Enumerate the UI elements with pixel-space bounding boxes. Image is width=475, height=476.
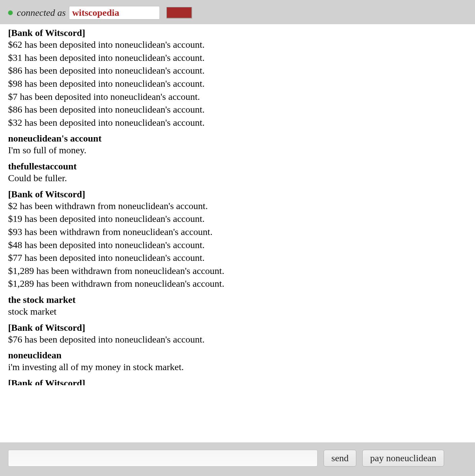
pay-button[interactable]: pay noneuclidean — [362, 450, 444, 467]
message-line: $19 has been deposited into noneuclidean… — [8, 212, 467, 226]
message-line: $1,289 has been withdrawn from noneuclid… — [8, 277, 467, 290]
message-group: [Bank of Witscord]$76 has been deposited… — [8, 322, 467, 346]
message-sender: thefullestaccount — [8, 161, 467, 172]
message-line: $93 has been withdrawn from noneuclidean… — [8, 226, 467, 239]
message-sender: noneuclidean — [8, 350, 467, 361]
chat-log: [Bank of Witscord]$62 has been deposited… — [0, 24, 475, 442]
message-line: $2 has been withdrawn from noneuclidean'… — [8, 200, 467, 213]
message-group: the stock marketstock market — [8, 294, 467, 318]
message-sender: [Bank of Witscord] — [8, 378, 467, 385]
message-line: $32 has been deposited into noneuclidean… — [8, 116, 467, 129]
message-input[interactable] — [8, 450, 318, 467]
message-line: $7 has been deposited into noneuclidean'… — [8, 90, 467, 104]
message-group: [Bank of Witscord]$62 has been deposited… — [8, 28, 467, 129]
connection-header: connected as — [0, 0, 475, 24]
message-sender: [Bank of Witscord] — [8, 322, 467, 333]
username-input[interactable] — [69, 6, 160, 19]
message-sender: noneuclidean's account — [8, 133, 467, 144]
message-line: $98 has been deposited into noneuclidean… — [8, 77, 467, 90]
message-group: thefullestaccountCould be fuller. — [8, 161, 467, 185]
composer-bar: send pay noneuclidean — [0, 442, 475, 476]
message-line: $76 has been deposited into noneuclidean… — [8, 333, 467, 346]
message-line: i'm investing all of my money in stock m… — [8, 361, 467, 374]
message-line: $1,289 has been withdrawn from noneuclid… — [8, 265, 467, 278]
message-sender: the stock market — [8, 294, 467, 305]
send-button[interactable]: send — [324, 450, 356, 467]
message-line: Could be fuller. — [8, 172, 467, 185]
message-line: $48 has been deposited into noneuclidean… — [8, 239, 467, 252]
message-line: I'm so full of money. — [8, 144, 467, 157]
message-sender: [Bank of Witscord] — [8, 28, 467, 38]
message-line: stock market — [8, 305, 467, 318]
message-line: $86 has been deposited into noneuclidean… — [8, 103, 467, 116]
message-line: $86 has been deposited into noneuclidean… — [8, 64, 467, 77]
message-sender: [Bank of Witscord] — [8, 189, 467, 200]
message-group: noneuclidean's accountI'm so full of mon… — [8, 133, 467, 157]
connected-label: connected as — [17, 7, 66, 18]
color-button[interactable] — [167, 7, 192, 18]
message-line: $77 has been deposited into noneuclidean… — [8, 251, 467, 265]
message-group: [Bank of Witscord]$2 has been withdrawn … — [8, 189, 467, 290]
status-dot-icon — [8, 10, 13, 15]
message-group: noneuclideani'm investing all of my mone… — [8, 350, 467, 374]
message-line: $31 has been deposited into noneuclidean… — [8, 51, 467, 65]
message-line: $62 has been deposited into noneuclidean… — [8, 38, 467, 51]
